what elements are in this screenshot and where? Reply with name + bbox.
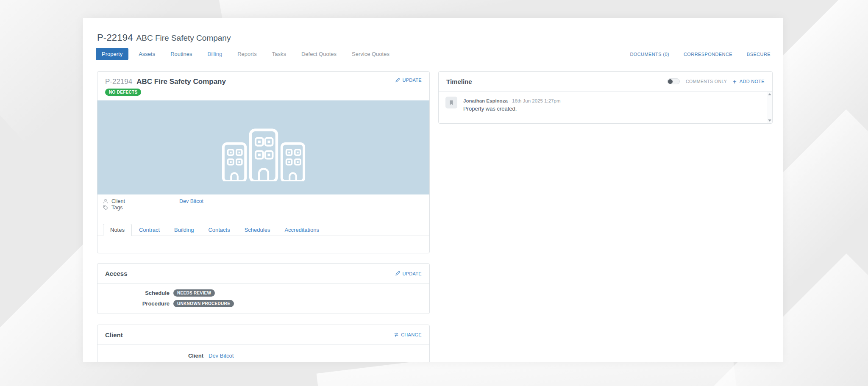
timeline-card-header: Timeline COMMENTS ONLY ADD NOTE [439, 72, 772, 91]
page-title: P-22194ABC Fire Safety Company [97, 32, 231, 43]
row-label: Client [97, 353, 203, 359]
comments-only-toggle[interactable] [667, 78, 680, 84]
field-tags: Tags [103, 204, 422, 211]
person-icon [103, 198, 108, 204]
header-links: DOCUMENTS (0) CORRESPONDENCE BSECURE [615, 52, 771, 57]
client-change-button[interactable]: CHANGE [394, 332, 422, 337]
client-card-header: Client CHANGE [97, 325, 429, 344]
main-panel: P-22194ABC Fire Safety Company Property … [83, 18, 783, 362]
property-card-code: P-22194 [105, 78, 132, 86]
client-rows: Client Dev Bitcot [97, 345, 429, 359]
client-title: Client [105, 331, 123, 339]
client-card: Client CHANGE Client Dev Bitcot [97, 325, 430, 362]
property-name: ABC Fire Safety Company [136, 33, 231, 42]
property-banner-illustration [97, 100, 429, 194]
tab-property[interactable]: Property [96, 48, 128, 60]
client-link[interactable]: Dev Bitcot [209, 353, 234, 359]
property-card-header: P-22194ABC Fire Safety Company NO DEFECT… [97, 72, 429, 96]
access-row-procedure: Procedure UNKNOWN PROCEDURE [97, 300, 422, 307]
swap-icon [394, 332, 399, 337]
status-badge: NO DEFECTS [105, 89, 141, 96]
access-title: Access [105, 270, 128, 277]
access-rows: Schedule NEEDS REVIEW Procedure UNKNOWN … [97, 284, 429, 307]
main-tab-bar: Property Assets Routines Billing Reports… [96, 48, 400, 60]
tab-accreditations[interactable]: Accreditations [277, 224, 326, 236]
client-row: Client Dev Bitcot [97, 353, 422, 359]
tab-routines[interactable]: Routines [165, 48, 197, 60]
timeline-entry: Jonathan Espinoza16th Jun 2025 1:27pm Pr… [439, 92, 772, 112]
timeline-scrollbar[interactable] [767, 92, 772, 123]
correspondence-link[interactable]: CORRESPONDENCE [684, 52, 732, 57]
timeline-title: Timeline [446, 78, 472, 85]
toggle-knob [668, 79, 673, 84]
entry-author: Jonathan Espinoza [463, 98, 508, 103]
pencil-icon [395, 78, 400, 83]
scroll-up-icon[interactable] [768, 93, 771, 95]
tab-contacts[interactable]: Contacts [201, 224, 237, 236]
tab-defect-quotes[interactable]: Defect Quotes [296, 48, 342, 60]
tab-building[interactable]: Building [167, 224, 201, 236]
access-update-button[interactable]: UPDATE [395, 271, 422, 276]
tab-tasks[interactable]: Tasks [267, 48, 291, 60]
bsecure-link[interactable]: BSECURE [747, 52, 771, 57]
property-inner-tabs: Notes Contract Building Contacts Schedul… [97, 223, 429, 236]
tab-schedules[interactable]: Schedules [237, 224, 278, 236]
property-fields: Client Dev Bitcot Tags [97, 194, 429, 211]
property-card-name: ABC Fire Safety Company [136, 78, 226, 86]
buildings-icon [216, 128, 312, 181]
tag-icon [103, 205, 108, 210]
tab-billing[interactable]: Billing [202, 48, 227, 60]
entry-timestamp: 16th Jun 2025 1:27pm [512, 98, 560, 103]
bookmark-icon [445, 97, 457, 108]
procedure-badge: UNKNOWN PROCEDURE [173, 300, 234, 307]
access-row-schedule: Schedule NEEDS REVIEW [97, 289, 422, 297]
access-card-header: Access UPDATE [97, 264, 429, 283]
tab-notes[interactable]: Notes [103, 224, 132, 236]
tab-contract[interactable]: Contract [132, 224, 167, 236]
tab-assets[interactable]: Assets [134, 48, 160, 60]
property-card: P-22194ABC Fire Safety Company NO DEFECT… [97, 71, 430, 253]
field-label: Tags [111, 205, 179, 211]
access-card: Access UPDATE Schedule NEEDS REVIEW Proc… [97, 263, 430, 314]
pencil-icon [395, 271, 400, 276]
timeline-card: Timeline COMMENTS ONLY ADD NOTE Jonathan… [438, 71, 773, 124]
timeline-body: Jonathan Espinoza16th Jun 2025 1:27pm Pr… [439, 91, 772, 123]
schedule-badge: NEEDS REVIEW [173, 289, 215, 297]
documents-link[interactable]: DOCUMENTS (0) [630, 52, 669, 57]
row-label: Schedule [97, 290, 170, 296]
scroll-down-icon[interactable] [768, 119, 771, 122]
row-label: Procedure [97, 300, 170, 307]
field-label: Client [111, 198, 179, 204]
tab-reports[interactable]: Reports [232, 48, 262, 60]
add-note-button[interactable]: ADD NOTE [733, 78, 765, 85]
property-code: P-22194 [97, 32, 133, 43]
entry-text: Property was created. [463, 106, 560, 112]
comments-only-label: COMMENTS ONLY [686, 79, 727, 84]
property-update-button[interactable]: UPDATE [395, 78, 422, 83]
tab-service-quotes[interactable]: Service Quotes [347, 48, 395, 60]
field-client: Client Dev Bitcot [103, 198, 422, 204]
client-link[interactable]: Dev Bitcot [179, 198, 203, 204]
